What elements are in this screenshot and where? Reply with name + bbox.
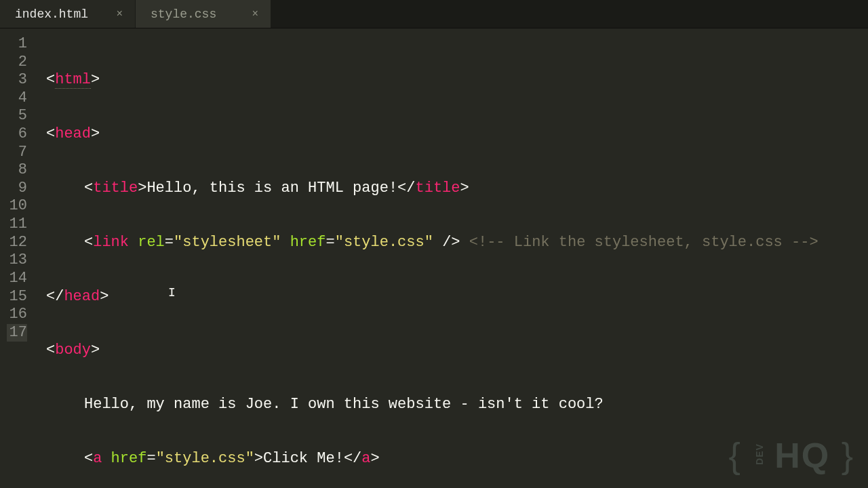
tab-bar: index.html × style.css × — [0, 0, 868, 28]
code-line: <body> — [46, 342, 868, 360]
code-line: Hello, my name is Joe. I own this websit… — [46, 396, 868, 414]
code-line: <title>Hello, this is an HTML page!</tit… — [46, 180, 868, 198]
watermark-logo: { DEVHQ } — [729, 435, 854, 476]
tab-label: style.css — [151, 7, 216, 21]
tab-label: index.html — [15, 7, 88, 21]
tab-style-css[interactable]: style.css × — [136, 0, 271, 28]
close-icon[interactable]: × — [102, 8, 123, 20]
code-line: <link rel="stylesheet" href="style.css" … — [46, 234, 868, 252]
code-line: <head> — [46, 125, 868, 144]
code-area[interactable]: <html> <head> <title>Hello, this is an H… — [38, 28, 868, 488]
close-icon[interactable]: × — [238, 8, 258, 20]
line-gutter: 1234567891011121314151617 — [0, 28, 38, 488]
code-line: <html> — [46, 71, 868, 89]
editor: 1234567891011121314151617 <html> <head> … — [0, 28, 868, 488]
tab-index-html[interactable]: index.html × — [0, 0, 136, 28]
mouse-text-cursor: I — [168, 286, 169, 302]
